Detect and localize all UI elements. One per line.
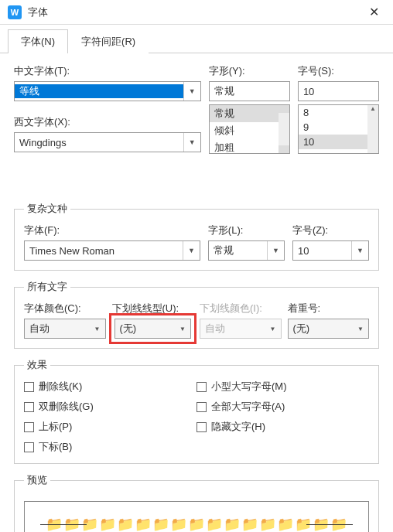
size-combo[interactable]: 10 xyxy=(298,81,379,101)
checkbox-icon xyxy=(24,442,34,452)
checkbox-icon xyxy=(196,382,207,392)
chevron-down-icon[interactable]: ▼ xyxy=(183,82,200,101)
complex-style-value: 常规 xyxy=(209,244,267,257)
preview-sample: 📁📁📁📁📁📁📁📁📁📁📁📁📁📁📁📁📁 xyxy=(46,516,348,532)
size-value: 10 xyxy=(299,86,378,97)
chevron-down-icon: ▼ xyxy=(94,326,101,332)
checkbox-icon xyxy=(196,402,207,412)
size-option-8[interactable]: 8 xyxy=(299,105,378,120)
chevron-down-icon: ▼ xyxy=(357,326,364,332)
preview-legend: 预览 xyxy=(24,473,50,487)
preview-group: 预览 📁📁📁📁📁📁📁📁📁📁📁📁📁📁📁📁📁 xyxy=(14,473,379,532)
complex-font-combo[interactable]: Times New Roman ▼ xyxy=(24,240,200,261)
chevron-down-icon[interactable]: ▼ xyxy=(183,133,200,152)
highlight-annotation: (无) ▼ xyxy=(109,313,197,344)
checkbox-icon xyxy=(24,382,34,392)
style-option-bold[interactable]: 加粗 xyxy=(210,139,289,154)
style-combo[interactable]: 常规 xyxy=(209,81,290,101)
chevron-down-icon[interactable]: ▼ xyxy=(183,241,200,260)
complex-size-value: 10 xyxy=(293,245,351,257)
chinese-font-label: 中文字体(T): xyxy=(14,64,201,78)
size-scrollbar[interactable]: ▲ xyxy=(367,105,378,153)
underline-style-dropdown[interactable]: (无) ▼ xyxy=(114,319,192,339)
style-label: 字形(Y): xyxy=(209,64,290,78)
all-text-legend: 所有文字 xyxy=(24,280,70,294)
effects-group: 效果 删除线(K) 小型大写字母(M) 双删除线(G) 全部大写字母(A) 上标… xyxy=(14,358,379,464)
underline-color-value: 自动 xyxy=(205,322,225,336)
close-button[interactable]: ✕ xyxy=(362,1,385,24)
chevron-down-icon: ▼ xyxy=(270,326,276,332)
complex-font-label: 字体(F): xyxy=(24,223,200,237)
tab-strip: 字体(N) 字符间距(R) xyxy=(8,29,393,53)
size-option-9[interactable]: 9 xyxy=(299,120,378,135)
tab-spacing[interactable]: 字符间距(R) xyxy=(68,29,149,53)
complex-legend: 复杂文种 xyxy=(24,202,70,216)
complex-font-value: Times New Roman xyxy=(25,245,183,257)
font-color-label: 字体颜色(C): xyxy=(24,302,106,315)
complex-size-label: 字号(Z): xyxy=(292,223,369,237)
chevron-down-icon[interactable]: ▼ xyxy=(351,241,368,260)
underline-color-label: 下划线颜色(I): xyxy=(200,302,282,315)
style-scrollbar[interactable]: ▲ xyxy=(279,105,289,153)
chinese-font-value: 等线 xyxy=(15,84,183,98)
checkbox-icon xyxy=(24,402,34,412)
superscript-checkbox[interactable]: 上标(P) xyxy=(24,420,196,434)
all-text-group: 所有文字 字体颜色(C): 自动 ▼ 下划线线型(U): (无) ▼ xyxy=(14,280,379,349)
titlebar: W 字体 ✕ xyxy=(0,0,393,25)
checkbox-icon xyxy=(24,422,34,432)
smallcaps-checkbox[interactable]: 小型大写字母(M) xyxy=(196,380,369,394)
emphasis-dropdown[interactable]: (无) ▼ xyxy=(288,319,370,339)
checkbox-icon xyxy=(196,422,207,432)
complex-style-combo[interactable]: 常规 ▼ xyxy=(208,240,285,261)
style-listbox[interactable]: 常规 倾斜 加粗 ▲ xyxy=(209,104,290,154)
hidden-checkbox[interactable]: 隐藏文字(H) xyxy=(196,420,369,434)
complex-scripts-group: 复杂文种 字体(F): Times New Roman ▼ 字形(L): 常规 … xyxy=(14,202,379,271)
underline-color-dropdown: 自动 ▼ xyxy=(200,319,282,339)
size-listbox[interactable]: 8 9 10 ▲ xyxy=(298,104,379,154)
double-strike-checkbox[interactable]: 双删除线(G) xyxy=(24,400,196,414)
western-font-value: Wingdings xyxy=(15,137,183,148)
font-color-value: 自动 xyxy=(29,322,50,336)
complex-style-label: 字形(L): xyxy=(208,223,285,237)
size-option-10[interactable]: 10 xyxy=(299,135,378,149)
western-font-label: 西文字体(X): xyxy=(14,115,201,129)
complex-size-combo[interactable]: 10 ▼ xyxy=(292,240,369,261)
effects-legend: 效果 xyxy=(24,358,50,372)
allcaps-checkbox[interactable]: 全部大写字母(A) xyxy=(196,400,369,414)
style-option-regular[interactable]: 常规 xyxy=(210,105,289,122)
chevron-down-icon[interactable]: ▼ xyxy=(267,241,284,260)
underline-style-value: (无) xyxy=(120,322,137,336)
preview-box: 📁📁📁📁📁📁📁📁📁📁📁📁📁📁📁📁📁 xyxy=(24,501,369,532)
tab-font[interactable]: 字体(N) xyxy=(8,29,68,53)
font-color-dropdown[interactable]: 自动 ▼ xyxy=(24,319,106,339)
app-icon: W xyxy=(8,5,22,19)
preview-line-left xyxy=(40,524,87,525)
style-value: 常规 xyxy=(210,84,289,98)
size-label: 字号(S): xyxy=(298,64,379,78)
style-option-italic[interactable]: 倾斜 xyxy=(210,122,289,139)
strikethrough-checkbox[interactable]: 删除线(K) xyxy=(24,380,196,394)
subscript-checkbox[interactable]: 下标(B) xyxy=(24,440,196,454)
western-font-combo[interactable]: Wingdings ▼ xyxy=(14,132,201,152)
emphasis-label: 着重号: xyxy=(288,302,370,315)
chevron-down-icon: ▼ xyxy=(179,326,186,332)
preview-line-right xyxy=(306,524,353,525)
emphasis-value: (无) xyxy=(293,322,310,336)
window-title: 字体 xyxy=(28,5,362,19)
tab-content: 中文字体(T): 等线 ▼ 字形(Y): 常规 字号(S): 10 常规 倾斜 … xyxy=(0,53,393,532)
chinese-font-combo[interactable]: 等线 ▼ xyxy=(14,81,201,101)
